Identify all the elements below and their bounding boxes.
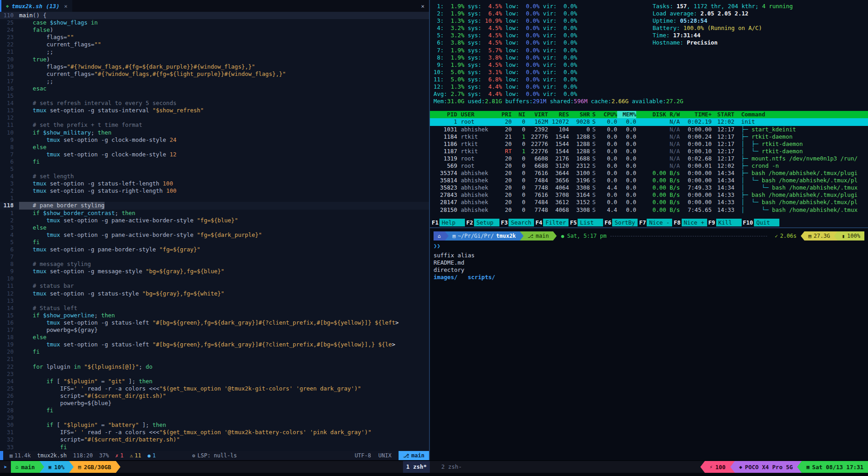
code-line[interactable]: 27 powerbg=${blue}: [0, 400, 429, 407]
column-header-s[interactable]: S: [590, 111, 598, 118]
code-line[interactable]: 30 if [ "$lplugin" = "battery" ]; then: [0, 421, 429, 429]
code-line[interactable]: 21 ;;: [0, 48, 429, 55]
code-line[interactable]: 19 flags="#{?window_flags,#{fg=${dark_pu…: [0, 63, 429, 70]
code-line[interactable]: 2 tmux set-option -g status-right-length…: [0, 187, 429, 195]
code-line[interactable]: 12: [0, 114, 429, 121]
code-line[interactable]: 20 fi: [0, 348, 429, 356]
process-row[interactable]: 1184rtkit2112277615441288S0.00.0N/A0:00.…: [430, 133, 868, 140]
fkey-f5[interactable]: F5List: [569, 219, 603, 226]
code-line[interactable]: 2 tmux set-option -g pane-active-border-…: [0, 217, 429, 224]
code-line[interactable]: 21: [0, 356, 429, 363]
code-line[interactable]: 16 esac: [0, 85, 429, 92]
code-line[interactable]: 5 fi: [0, 239, 429, 246]
code-area[interactable]: 110main() {25 case $show_flags in24 fals…: [0, 12, 429, 451]
code-line[interactable]: 25 case $show_flags in: [0, 19, 429, 26]
code-line[interactable]: 32 script="#($current_dir/battery.sh)": [0, 436, 429, 443]
code-line[interactable]: 8 # message styling: [0, 261, 429, 268]
column-header-user[interactable]: USER: [457, 111, 495, 118]
code-line[interactable]: 16 tmux set-option -g status-left "#[bg=…: [0, 319, 429, 326]
column-header-res[interactable]: RES: [548, 111, 569, 118]
process-row[interactable]: 35374abhishek200761636443100S0.00.00.00 …: [430, 170, 868, 177]
fkey-f4[interactable]: F4Filter: [534, 219, 569, 226]
process-row[interactable]: 35814abhishek200748436563196S0.00.00.00 …: [430, 177, 868, 184]
code-line[interactable]: 24 false): [0, 26, 429, 34]
code-line[interactable]: 13 tmux set-option -g status-interval "$…: [0, 107, 429, 114]
fkey-f9[interactable]: F9Kill: [708, 219, 742, 226]
column-header-pri[interactable]: PRI: [495, 111, 512, 118]
column-header-cpu[interactable]: CPU%: [598, 111, 617, 118]
code-line[interactable]: 18 else: [0, 334, 429, 341]
pane-close-icon[interactable]: ×: [421, 3, 424, 10]
code-line[interactable]: 15: [0, 92, 429, 100]
code-line[interactable]: 11 # set the prefix + t time format: [0, 121, 429, 129]
code-line[interactable]: 23: [0, 371, 429, 378]
code-line[interactable]: 5: [0, 165, 429, 173]
code-line[interactable]: 20 true): [0, 56, 429, 63]
code-line[interactable]: 25 IFS=' ' read -r -a colors <<<"$(get_t…: [0, 385, 429, 392]
window-tab-2[interactable]: 2 zsh-: [438, 461, 465, 473]
code-line[interactable]: 7: [0, 253, 429, 261]
code-line[interactable]: 3 tmux set-option -g status-left-length …: [0, 180, 429, 187]
process-row[interactable]: 28150abhishek200774840683308S4.40.00.00 …: [430, 206, 868, 214]
column-header-cmd[interactable]: Command: [734, 111, 868, 118]
code-line[interactable]: 7 tmux set-option -g clock-mode-style 12: [0, 151, 429, 158]
code-line[interactable]: 29: [0, 414, 429, 421]
column-header-virt[interactable]: VIRT: [525, 111, 548, 118]
code-line[interactable]: 28 fi: [0, 407, 429, 414]
column-header-ni[interactable]: NI: [512, 111, 525, 118]
column-header-disk[interactable]: DISK R/W: [636, 111, 680, 118]
code-line[interactable]: 118 # pane border styling: [0, 202, 429, 209]
code-line[interactable]: 10: [0, 275, 429, 282]
code-line[interactable]: 19 tmux set-option -g status-left "#[bg=…: [0, 341, 429, 348]
process-row[interactable]: 1319root200660821761688S0.00.0N/A0:02.68…: [430, 155, 868, 162]
code-line[interactable]: 11 # status bar: [0, 282, 429, 290]
code-line[interactable]: 1: [0, 195, 429, 202]
process-row[interactable]: 35823abhishek200774840643308S4.40.00.00 …: [430, 184, 868, 191]
code-line[interactable]: 14 # Status left: [0, 305, 429, 312]
code-line[interactable]: 17 ;;: [0, 78, 429, 85]
code-line[interactable]: 33 fi: [0, 444, 429, 451]
column-header-time[interactable]: TIME+: [680, 111, 712, 118]
fkey-f2[interactable]: F2Setup: [465, 219, 499, 226]
shell-input-line[interactable]: ❯❯: [434, 242, 864, 250]
code-line[interactable]: 22 for lplugin in "${lplugins[@]}"; do: [0, 363, 429, 371]
fkey-f1[interactable]: F1Help: [431, 219, 465, 226]
code-line[interactable]: 17 powerbg=${gray}: [0, 326, 429, 334]
process-row[interactable]: 1031abhishek20023921040S0.00.0N/A0:00.00…: [430, 126, 868, 133]
column-header-mem[interactable]: MEM%: [617, 111, 636, 118]
code-line[interactable]: 4 tmux set-option -g pane-active-border-…: [0, 231, 429, 239]
fkey-f3[interactable]: F3Search: [500, 219, 534, 226]
code-line[interactable]: 10 if $show_military; then: [0, 129, 429, 136]
fkey-f10[interactable]: F10Quit: [742, 219, 780, 226]
code-line[interactable]: 24 if [ "$lplugin" = "git" ]; then: [0, 378, 429, 385]
column-header-start[interactable]: START: [712, 111, 734, 118]
buffer-close-icon[interactable]: ×: [64, 3, 68, 10]
window-tab-1[interactable]: 1 zsh*: [403, 461, 430, 473]
column-header-pid[interactable]: PID: [430, 111, 457, 118]
code-line[interactable]: 4 # set length: [0, 173, 429, 180]
process-row[interactable]: 1186rtkit2002277615441288S0.00.0N/A0:00.…: [430, 140, 868, 148]
fkey-f7[interactable]: F7Nice -: [638, 219, 672, 226]
code-line[interactable]: 1 if $show_border_contrast; then: [0, 210, 429, 217]
code-line[interactable]: 18 current_flags="#{?window_flags,#{fg=$…: [0, 70, 429, 78]
code-line[interactable]: 23 flags="": [0, 34, 429, 41]
code-line[interactable]: 26 script="#($current_dir/git.sh)": [0, 392, 429, 400]
code-line[interactable]: 3 else: [0, 224, 429, 231]
code-line[interactable]: 22 current_flags="": [0, 41, 429, 48]
code-line[interactable]: 13: [0, 297, 429, 305]
code-line[interactable]: 31 IFS=' ' read -r -a colors <<<"$(get_t…: [0, 429, 429, 436]
column-header-shr[interactable]: SHR: [569, 111, 590, 118]
code-line[interactable]: 14 # sets refresh interval to every 5 se…: [0, 100, 429, 107]
code-line[interactable]: 15 if $show_powerline; then: [0, 312, 429, 319]
process-row[interactable]: 569root200668831202312S0.00.0N/A0:00.011…: [430, 162, 868, 170]
process-row[interactable]: 1187rtkitRT12277615441288S0.00.0N/A0:00.…: [430, 148, 868, 155]
process-row[interactable]: 1root200162M120729028S0.00.0N/A0:02.1912…: [430, 118, 868, 125]
process-row[interactable]: 27843abhishek200761637083164S0.00.00.00 …: [430, 191, 868, 199]
buffer-tab[interactable]: ❖ tmux2k.sh (13) ×: [1, 0, 72, 12]
fkey-f6[interactable]: F6SortBy: [604, 219, 638, 226]
process-row[interactable]: 28147abhishek200748436123152S0.00.00.00 …: [430, 199, 868, 206]
code-line[interactable]: 6 fi: [0, 158, 429, 165]
code-line[interactable]: 8 else: [0, 144, 429, 151]
code-line[interactable]: 6 tmux set-option -g pane-border-style "…: [0, 246, 429, 253]
code-line[interactable]: 9 tmux set-option -g clock-mode-style 24: [0, 136, 429, 144]
